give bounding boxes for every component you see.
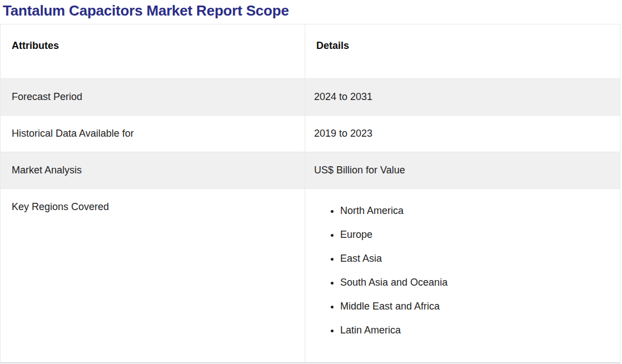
regions-list: North America Europe East Asia South Asi… [314,204,611,337]
table-row-forecast-period: Forecast Period 2024 to 2031 [1,79,620,116]
page-title: Tantalum Capacitors Market Report Scope [0,0,622,19]
detail-cell: US$ Billion for Value [305,152,620,189]
region-item: Europe [340,228,611,241]
report-scope-table: Attributes Details Forecast Period 2024 … [0,24,620,363]
attribute-cell: Market Analysis [1,152,305,189]
attribute-cell: Key Regions Covered [1,189,305,363]
region-item: Latin America [340,323,611,337]
detail-cell: 2024 to 2031 [305,79,620,116]
table-header-row: Attributes Details [1,24,620,79]
region-item: Middle East and Africa [340,300,611,313]
detail-cell: North America Europe East Asia South Asi… [305,189,620,363]
table-row-market-analysis: Market Analysis US$ Billion for Value [1,152,620,189]
table-row-key-regions: Key Regions Covered North America Europe… [1,189,620,363]
table-row-historical-data: Historical Data Available for 2019 to 20… [1,116,620,152]
region-item: North America [340,204,611,217]
detail-cell: 2019 to 2023 [305,116,620,152]
region-item: South Asia and Oceania [340,276,611,289]
region-item: East Asia [340,252,611,265]
details-column-header: Details [305,24,620,79]
report-scope-page: Tantalum Capacitors Market Report Scope … [0,0,622,364]
attribute-cell: Historical Data Available for [1,116,305,152]
attributes-column-header: Attributes [1,24,305,79]
attribute-cell: Forecast Period [1,79,305,116]
